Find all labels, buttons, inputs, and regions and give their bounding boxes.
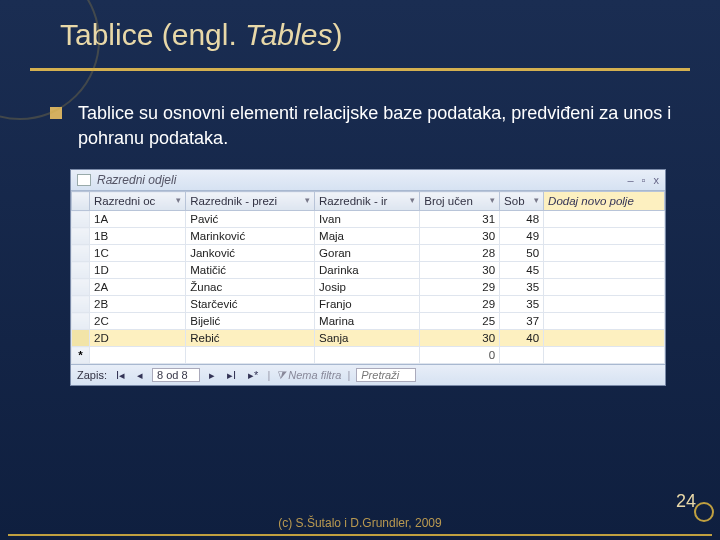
nav-next-icon[interactable]: ▸ [206, 369, 218, 382]
cell-broj[interactable]: 30 [420, 330, 500, 347]
cell-ime[interactable]: Ivan [315, 211, 420, 228]
cell-extra[interactable] [544, 245, 665, 262]
cell-prezime[interactable]: Pavić [186, 211, 315, 228]
footer-copyright: (c) S.Šutalo i D.Grundler, 2009 [0, 516, 720, 530]
record-navigator: Zapis: I◂ ◂ 8 od 8 ▸ ▸I ▸* | ⧩ Nema filt… [71, 364, 665, 385]
row-selector[interactable] [72, 330, 90, 347]
cell-extra[interactable] [544, 279, 665, 296]
table-row[interactable]: 2BStarčevićFranjo2935 [72, 296, 665, 313]
minimize-icon[interactable]: – [627, 174, 633, 186]
row-selector[interactable] [72, 245, 90, 262]
cell-prezime[interactable]: Bijelić [186, 313, 315, 330]
col-razrednik-ime[interactable]: Razrednik - ir▾ [315, 192, 420, 211]
access-table-screenshot: Razredni odjeli – ▫ x Razredni oc▾ Razre… [70, 169, 666, 386]
restore-icon[interactable]: ▫ [642, 174, 646, 186]
bullet-item: Tablice su osnovni elementi relacijske b… [40, 101, 690, 151]
cell-soba[interactable]: 35 [500, 279, 544, 296]
cell-ime[interactable]: Franjo [315, 296, 420, 313]
col-sob[interactable]: Sob▾ [500, 192, 544, 211]
cell-soba[interactable]: 49 [500, 228, 544, 245]
cell-ime[interactable]: Darinka [315, 262, 420, 279]
cell-ime[interactable]: Goran [315, 245, 420, 262]
table-row[interactable]: 2AŽunacJosip2935 [72, 279, 665, 296]
cell-ime[interactable]: Maja [315, 228, 420, 245]
nav-new-icon[interactable]: ▸* [245, 369, 261, 382]
cell-razred[interactable]: 1D [90, 262, 186, 279]
cell-broj[interactable]: 29 [420, 279, 500, 296]
cell-extra[interactable] [544, 228, 665, 245]
cell-extra[interactable] [544, 262, 665, 279]
table-row[interactable]: 1APavićIvan3148 [72, 211, 665, 228]
deco-circle [694, 502, 714, 522]
table-row[interactable]: 1DMatičićDarinka3045 [72, 262, 665, 279]
nav-search-box[interactable]: Pretraži [356, 368, 416, 382]
cell-extra[interactable] [544, 211, 665, 228]
data-grid: Razredni oc▾ Razrednik - prezi▾ Razredni… [71, 191, 665, 364]
cell-razred[interactable]: 2B [90, 296, 186, 313]
cell-razred[interactable]: 1C [90, 245, 186, 262]
new-row-marker: * [72, 347, 90, 364]
table-row[interactable]: 2CBijelićMarina2537 [72, 313, 665, 330]
col-add-new-field[interactable]: Dodaj novo polje [544, 192, 665, 211]
page-number: 24 [676, 491, 696, 512]
nav-prev-icon[interactable]: ◂ [134, 369, 146, 382]
cell-broj[interactable]: 25 [420, 313, 500, 330]
cell-broj[interactable]: 30 [420, 228, 500, 245]
cell-broj[interactable]: 28 [420, 245, 500, 262]
cell-razred[interactable]: 2C [90, 313, 186, 330]
col-broj-ucen[interactable]: Broj učen▾ [420, 192, 500, 211]
row-selector[interactable] [72, 279, 90, 296]
nav-first-icon[interactable]: I◂ [113, 369, 128, 382]
close-icon[interactable]: x [654, 174, 660, 186]
row-selector[interactable] [72, 296, 90, 313]
table-row[interactable]: 1CJankovićGoran2850 [72, 245, 665, 262]
cell-prezime[interactable]: Rebić [186, 330, 315, 347]
cell-extra[interactable] [544, 313, 665, 330]
cell-prezime[interactable]: Matičić [186, 262, 315, 279]
cell-extra[interactable] [544, 330, 665, 347]
tab-title: Razredni odjeli [97, 173, 176, 187]
cell-ime[interactable]: Marina [315, 313, 420, 330]
nav-last-icon[interactable]: ▸I [224, 369, 239, 382]
cell-soba[interactable]: 50 [500, 245, 544, 262]
cell-prezime[interactable]: Žunac [186, 279, 315, 296]
filter-icon: ⧩ [276, 369, 285, 382]
cell-broj[interactable]: 29 [420, 296, 500, 313]
cell-razred[interactable]: 2D [90, 330, 186, 347]
cell-soba[interactable]: 40 [500, 330, 544, 347]
row-selector[interactable] [72, 211, 90, 228]
nav-label: Zapis: [77, 369, 107, 381]
cell-ime[interactable]: Josip [315, 279, 420, 296]
deco-line [8, 534, 712, 536]
cell-prezime[interactable]: Janković [186, 245, 315, 262]
col-razrednik-prezime[interactable]: Razrednik - prezi▾ [186, 192, 315, 211]
cell-razred[interactable]: 1A [90, 211, 186, 228]
slide-title: Tablice (engl. Tables) [0, 0, 720, 62]
cell-soba[interactable]: 48 [500, 211, 544, 228]
datasheet-tab-header: Razredni odjeli – ▫ x [71, 170, 665, 191]
col-razredni[interactable]: Razredni oc▾ [90, 192, 186, 211]
cell-razred[interactable]: 1B [90, 228, 186, 245]
cell-prezime[interactable]: Starčević [186, 296, 315, 313]
nav-filter[interactable]: ⧩ Nema filtra [276, 369, 341, 382]
table-row[interactable]: 1BMarinkovićMaja3049 [72, 228, 665, 245]
nav-record-box[interactable]: 8 od 8 [152, 368, 200, 382]
cell-razred[interactable]: 2A [90, 279, 186, 296]
cell-broj[interactable]: 30 [420, 262, 500, 279]
cell-soba[interactable]: 37 [500, 313, 544, 330]
bullet-text: Tablice su osnovni elementi relacijske b… [78, 101, 690, 151]
cell-broj[interactable]: 0 [420, 347, 500, 364]
new-record-row[interactable]: *0 [72, 347, 665, 364]
cell-broj[interactable]: 31 [420, 211, 500, 228]
window-controls: – ▫ x [627, 174, 659, 186]
row-selector[interactable] [72, 313, 90, 330]
row-selector[interactable] [72, 228, 90, 245]
row-selector[interactable] [72, 262, 90, 279]
cell-ime[interactable]: Sanja [315, 330, 420, 347]
cell-soba[interactable]: 45 [500, 262, 544, 279]
select-all-corner[interactable] [72, 192, 90, 211]
cell-soba[interactable]: 35 [500, 296, 544, 313]
table-row[interactable]: 2DRebićSanja3040 [72, 330, 665, 347]
cell-prezime[interactable]: Marinković [186, 228, 315, 245]
cell-extra[interactable] [544, 296, 665, 313]
